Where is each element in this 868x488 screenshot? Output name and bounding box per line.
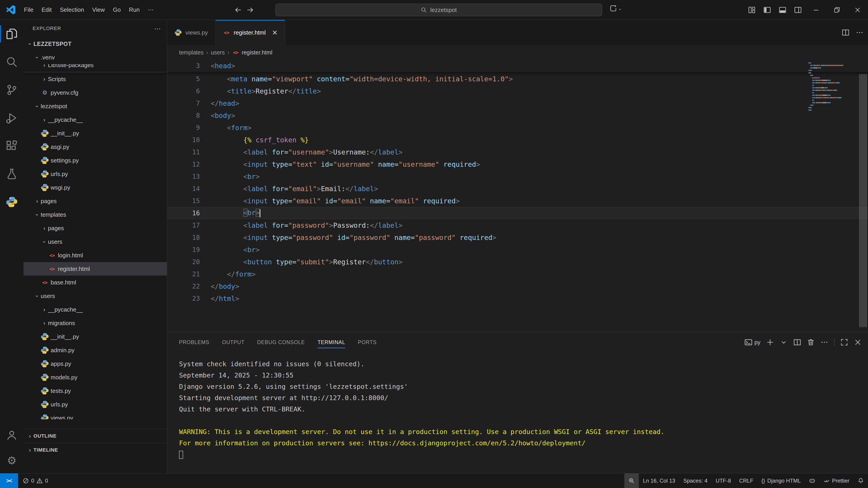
menu-file[interactable]: File [20,4,37,15]
activity-item-explorer[interactable] [0,20,24,48]
tree-item--pycache-[interactable]: ›__pycache__ [24,303,167,316]
sidebar-section-timeline[interactable]: ›TIMELINE [24,443,167,457]
tab-views-py[interactable]: views.py [167,20,216,45]
tree-item-urls.py[interactable]: urls.py [24,167,167,181]
code-line-23[interactable]: 23</html> [167,292,868,304]
split-editor-icon[interactable] [842,29,849,36]
tree-item-asgi.py[interactable]: asgi.py [24,140,167,154]
code-line-12[interactable]: 12 <input type="text" id="username" name… [167,158,868,170]
menu-go[interactable]: Go [109,4,125,15]
code-line-17[interactable]: 17 <label for="password">Password:</labe… [167,219,868,231]
menu-run[interactable]: Run [125,4,144,15]
panel-tab-output[interactable]: OUTPUT [222,332,244,352]
command-center-search[interactable]: lezzetspot [275,4,602,16]
code-line-11[interactable]: 11 <label for="username">Username:</labe… [167,146,868,158]
terminal-output[interactable]: System check identified no issues (0 sil… [167,352,868,473]
tree-item-pyvenv.cfg[interactable]: ⚙pyvenv.cfg [24,86,167,99]
tree-item-pages[interactable]: ›pages [24,194,167,208]
tree-item--init-.py[interactable]: __init__.py [24,330,167,344]
close-panel-icon[interactable] [854,338,862,346]
activity-item-search[interactable] [0,48,24,76]
tree-item-tests.py[interactable]: tests.py [24,384,167,398]
remote-indicator[interactable]: >< [0,473,18,488]
code-line-5[interactable]: 5 <meta name="viewport" content="width=d… [167,73,868,85]
tree-item-admin.py[interactable]: admin.py [24,344,167,357]
toggle-primary-sidebar-button[interactable] [760,3,775,17]
split-terminal-icon[interactable] [794,338,801,346]
code-line-10[interactable]: 10 {% csrf_token %} [167,134,868,146]
code-line-13[interactable]: 13 <br> [167,170,868,183]
code-line-16[interactable]: 16 <br> [167,207,868,219]
maximize-panel-icon[interactable] [840,338,848,346]
activity-item-python[interactable] [0,188,24,216]
tree-item-.venv[interactable]: ›.venv [24,51,167,64]
sidebar-section-outline[interactable]: ›OUTLINE [24,429,167,443]
restore-button[interactable] [827,0,847,20]
tree-item--pycache-[interactable]: ›__pycache__ [24,113,167,127]
close-button[interactable] [847,0,868,20]
forward-arrow-icon[interactable] [246,6,254,14]
activity-item-source-control[interactable] [0,76,24,104]
status-eol[interactable]: CRLF [735,473,757,488]
copilot-menu[interactable]: ⌄ [610,4,622,12]
status-notifications[interactable] [854,473,868,488]
code-line-19[interactable]: 19 <br> [167,243,868,256]
terminal-profile[interactable]: py [745,338,761,346]
status-indentation[interactable]: Spaces: 4 [679,473,712,488]
tree-item-lib-site-packages[interactable]: ›Lib\site-packages [24,64,167,72]
code-line-22[interactable]: 22</body> [167,280,868,292]
panel-tab-problems[interactable]: PROBLEMS [179,332,209,352]
tree-item-views.py[interactable]: views.py [24,411,167,419]
sticky-scroll-line[interactable]: 3<head> [167,60,868,73]
code-line-8[interactable]: 8<body> [167,109,868,122]
code-line-20[interactable]: 20 <button type="submit">Register</butto… [167,256,868,268]
tree-item-wsgi.py[interactable]: wsgi.py [24,181,167,194]
status-cursor-position[interactable]: Ln 16, Col 13 [639,473,679,488]
panel-tab-debug-console[interactable]: DEBUG CONSOLE [257,332,305,352]
minimap[interactable] [808,62,848,112]
panel-more-icon[interactable] [820,338,828,346]
tree-item-base.html[interactable]: <>base.html [24,275,167,289]
code-line-18[interactable]: 18 <input type="password" id="password" … [167,231,868,243]
code-editor[interactable]: 5 <meta name="viewport" content="width=d… [167,60,868,332]
activity-item-account[interactable] [0,422,24,448]
tree-item-login.html[interactable]: <>login.html [24,249,167,262]
code-line-15[interactable]: 15 <input type="email" id="email" name="… [167,195,868,207]
new-terminal-icon[interactable] [766,338,774,346]
status-encoding[interactable]: UTF-8 [712,473,735,488]
menu-[interactable]: ⋯ [144,4,158,15]
customize-layout-button[interactable] [744,3,760,17]
problems-status[interactable]: 0 0 [18,478,53,484]
tree-item-migrations[interactable]: ›migrations [24,316,167,330]
menu-selection[interactable]: Selection [56,4,88,15]
code-line-21[interactable]: 21 </form> [167,268,868,280]
menu-view[interactable]: View [88,4,109,15]
minimize-button[interactable] [806,0,827,20]
status-copilot[interactable] [805,473,819,488]
profiles-chevron-icon[interactable] [780,338,787,346]
activity-item-testing[interactable] [0,160,24,188]
code-line-7[interactable]: 7</head> [167,97,868,109]
tree-item-scripts[interactable]: ›Scripts [24,72,167,86]
tree-item-register.html[interactable]: <>register.html [24,262,167,275]
status-language-mode[interactable]: {}Django HTML [757,473,805,488]
tree-item-apps.py[interactable]: apps.py [24,357,167,370]
activity-item-settings[interactable]: ⚙ [0,448,24,473]
more-actions-icon[interactable] [856,29,864,36]
activity-item-run-debug[interactable] [0,104,24,132]
tree-item-settings.py[interactable]: settings.py [24,154,167,167]
breadcrumb[interactable]: templates›users›<>register.html [167,45,868,60]
breadcrumb-item-users[interactable]: users [211,49,225,56]
explorer-more-actions-icon[interactable]: ⋯ [154,25,161,33]
kill-terminal-icon[interactable] [807,338,815,346]
tree-item-users[interactable]: ›users [24,289,167,303]
tree-item-pages[interactable]: ›pages [24,221,167,235]
tab-register-html[interactable]: <>register.html✕ [216,20,285,45]
close-tab-icon[interactable]: ✕ [272,29,278,37]
tree-item-lezzetspot[interactable]: ›LEZZETSPOT [24,37,167,51]
tree-item-urls.py[interactable]: urls.py [24,398,167,411]
menu-edit[interactable]: Edit [37,4,56,15]
tree-item-lezzetspot[interactable]: ›lezzetspot [24,99,167,113]
panel-tab-ports[interactable]: PORTS [358,332,377,352]
code-line-6[interactable]: 6 <title>Register</title> [167,85,868,97]
